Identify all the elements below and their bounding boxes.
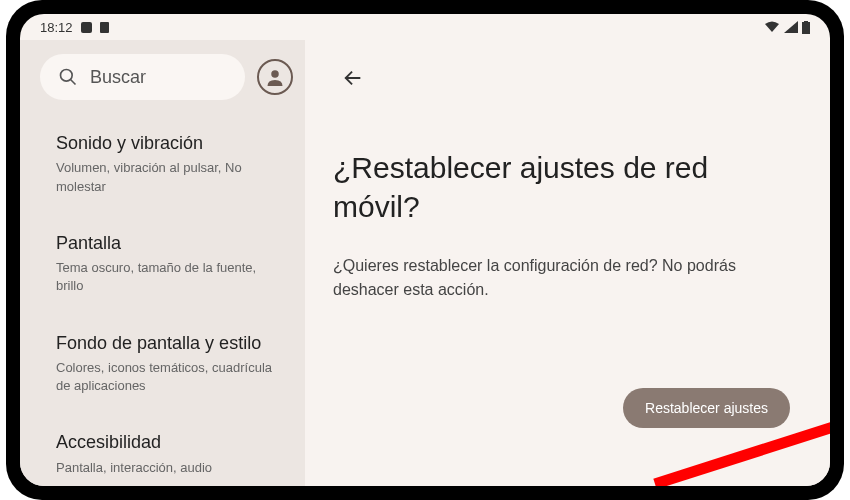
status-card-icon <box>100 22 109 33</box>
sidebar-item-title: Sonido y vibración <box>56 132 285 155</box>
sidebar-item-title: Pantalla <box>56 232 285 255</box>
sidebar-item-subtitle: Tema oscuro, tamaño de la fuente, brillo <box>56 259 285 295</box>
settings-list: Sonido y vibración Volumen, vibración al… <box>20 114 305 486</box>
search-icon <box>58 67 78 87</box>
sidebar-item-subtitle: Colores, iconos temáticos, cuadrícula de… <box>56 359 285 395</box>
main-panel: ¿Restablecer ajustes de red móvil? ¿Quie… <box>305 40 830 486</box>
page-title: ¿Restablecer ajustes de red móvil? <box>333 148 790 226</box>
sidebar-item-sound[interactable]: Sonido y vibración Volumen, vibración al… <box>56 114 305 214</box>
search-row: Buscar <box>20 54 305 114</box>
back-button[interactable] <box>333 58 373 98</box>
sidebar-item-subtitle: Pantalla, interacción, audio <box>56 459 285 477</box>
sidebar-item-subtitle: Volumen, vibración al pulsar, No molesta… <box>56 159 285 195</box>
status-bar: 18:12 <box>20 14 830 40</box>
sidebar-item-display[interactable]: Pantalla Tema oscuro, tamaño de la fuent… <box>56 214 305 314</box>
profile-button[interactable] <box>257 59 293 95</box>
svg-point-4 <box>271 70 279 78</box>
search-placeholder: Buscar <box>90 67 146 88</box>
svg-rect-1 <box>804 21 808 22</box>
battery-icon <box>802 21 810 34</box>
search-input[interactable]: Buscar <box>40 54 245 100</box>
svg-point-2 <box>61 70 73 82</box>
svg-line-3 <box>71 80 76 85</box>
sidebar-item-accessibility[interactable]: Accesibilidad Pantalla, interacción, aud… <box>56 413 305 486</box>
back-arrow-icon <box>342 67 364 89</box>
svg-rect-0 <box>802 22 810 34</box>
sidebar: Buscar Sonido y vibración Volumen, vibra… <box>20 40 305 486</box>
sidebar-item-title: Fondo de pantalla y estilo <box>56 332 285 355</box>
wifi-icon <box>764 21 780 33</box>
page-description: ¿Quieres restablecer la configuración de… <box>333 254 790 302</box>
status-badge-icon <box>81 22 92 33</box>
sidebar-item-title: Accesibilidad <box>56 431 285 454</box>
tablet-frame: 18:12 Buscar <box>6 0 844 500</box>
sidebar-item-wallpaper[interactable]: Fondo de pantalla y estilo Colores, icon… <box>56 314 305 414</box>
screen: 18:12 Buscar <box>20 14 830 486</box>
signal-icon <box>784 21 798 33</box>
status-left: 18:12 <box>40 20 109 35</box>
content: Buscar Sonido y vibración Volumen, vibra… <box>20 40 830 486</box>
profile-icon <box>266 68 284 86</box>
status-right <box>764 21 810 34</box>
status-time: 18:12 <box>40 20 73 35</box>
reset-button[interactable]: Restablecer ajustes <box>623 388 790 428</box>
